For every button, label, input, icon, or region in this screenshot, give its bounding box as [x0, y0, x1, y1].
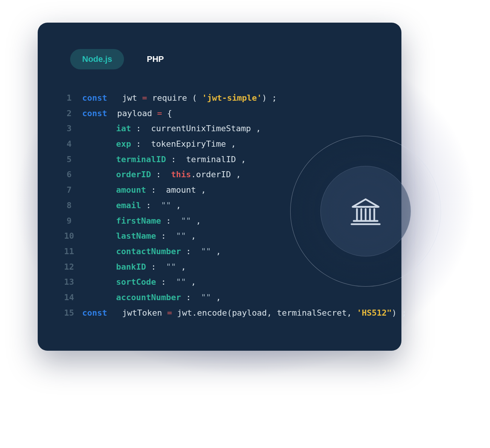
token-txt: jwt — [107, 91, 142, 106]
token-prop: orderID — [116, 167, 151, 183]
token-prop: exp — [116, 137, 131, 152]
token-txt: , — [171, 198, 181, 213]
token-dim: "" — [181, 213, 191, 229]
code-line: 14accountNumber : "" , — [64, 290, 375, 305]
line-number: 6 — [64, 167, 82, 183]
token-txt: : — [151, 167, 171, 183]
token-txt: jwt.encode(payload, terminalSecret, — [172, 305, 357, 321]
line-number: 9 — [64, 213, 82, 229]
token-txt: : — [156, 229, 176, 244]
token-txt: : — [181, 244, 201, 259]
token-txt: : amount , — [146, 183, 206, 198]
token-str: 'HS512" — [357, 305, 392, 321]
token-prop: contactNumber — [116, 244, 181, 259]
token-prop: sortCode — [116, 275, 156, 290]
line-number: 7 — [64, 183, 82, 198]
code-line: 7amount : amount , — [64, 183, 375, 198]
code-line: 9firstName : "" , — [64, 213, 375, 229]
token-dim: "" — [176, 275, 186, 290]
token-txt: ) ; — [262, 91, 277, 106]
token-txt: : — [181, 290, 201, 305]
token-txt: payload — [107, 106, 157, 121]
code-line: 12bankID : "" , — [64, 259, 375, 275]
token-op: = — [167, 305, 172, 321]
line-number: 13 — [64, 275, 82, 290]
token-dim: "" — [201, 244, 211, 259]
token-prop: firstName — [116, 213, 161, 229]
token-dim: "" — [161, 198, 171, 213]
token-prop: iat — [116, 121, 131, 137]
keyword: const — [82, 106, 107, 121]
token-txt: : currentUnixTimeStamp , — [131, 121, 261, 137]
token-txt: , — [186, 229, 196, 244]
line-number: 5 — [64, 152, 82, 167]
line-number: 10 — [64, 229, 82, 244]
token-txt: : — [141, 198, 161, 213]
token-txt: : terminalID , — [166, 152, 246, 167]
token-op: = — [142, 91, 147, 106]
code-line: 6orderID : this.orderID , — [64, 167, 375, 183]
token-str: 'jwt-simple' — [202, 91, 262, 106]
token-prop: email — [116, 198, 141, 213]
token-txt: , — [211, 244, 221, 259]
code-block: 1const jwt = require ( 'jwt-simple') ;2c… — [64, 91, 375, 321]
code-line: 15const jwtToken = jwt.encode(payload, t… — [64, 305, 375, 321]
tab-nodejs[interactable]: Node.js — [70, 49, 124, 69]
code-line: 13sortCode : "" , — [64, 275, 375, 290]
token-prop: bankID — [116, 259, 146, 275]
token-dim: "" — [176, 229, 186, 244]
token-txt: ) ; — [392, 305, 407, 321]
token-txt: , — [176, 259, 186, 275]
code-line: 1const jwt = require ( 'jwt-simple') ; — [64, 91, 375, 106]
line-number: 1 — [64, 91, 82, 106]
line-number: 14 — [64, 290, 82, 305]
token-txt: : — [156, 275, 176, 290]
token-prop: accountNumber — [116, 290, 181, 305]
code-panel: Node.js PHP 1const jwt = require ( 'jwt-… — [38, 23, 401, 351]
token-txt: : — [146, 259, 166, 275]
token-txt: .orderID , — [191, 167, 241, 183]
line-number: 15 — [64, 305, 82, 321]
token-txt: { — [162, 106, 172, 121]
token-op: = — [157, 106, 162, 121]
token-txt: require ( — [147, 91, 202, 106]
language-tabs: Node.js PHP — [70, 49, 375, 69]
line-number: 3 — [64, 121, 82, 137]
token-this: this — [171, 167, 191, 183]
token-txt: jwtToken — [107, 305, 167, 321]
keyword: const — [82, 91, 107, 106]
keyword: const — [82, 305, 107, 321]
code-line: 5terminalID : terminalID , — [64, 152, 375, 167]
line-number: 8 — [64, 198, 82, 213]
token-prop: lastName — [116, 229, 156, 244]
token-txt: : — [161, 213, 181, 229]
code-line: 4exp : tokenExpiryTime , — [64, 137, 375, 152]
token-prop: amount — [116, 183, 146, 198]
line-number: 12 — [64, 259, 82, 275]
token-txt: : tokenExpiryTime , — [131, 137, 236, 152]
token-dim: "" — [166, 259, 176, 275]
code-line: 8email : "" , — [64, 198, 375, 213]
code-line: 10lastName : "" , — [64, 229, 375, 244]
token-txt: , — [186, 275, 196, 290]
line-number: 11 — [64, 244, 82, 259]
token-txt: , — [211, 290, 221, 305]
token-dim: "" — [201, 290, 211, 305]
token-txt: , — [191, 213, 201, 229]
tab-php[interactable]: PHP — [135, 49, 176, 69]
code-line: 3iat : currentUnixTimeStamp , — [64, 121, 375, 137]
code-line: 2const payload = { — [64, 106, 375, 121]
code-line: 11contactNumber : "" , — [64, 244, 375, 259]
line-number: 2 — [64, 106, 82, 121]
token-prop: terminalID — [116, 152, 166, 167]
line-number: 4 — [64, 137, 82, 152]
